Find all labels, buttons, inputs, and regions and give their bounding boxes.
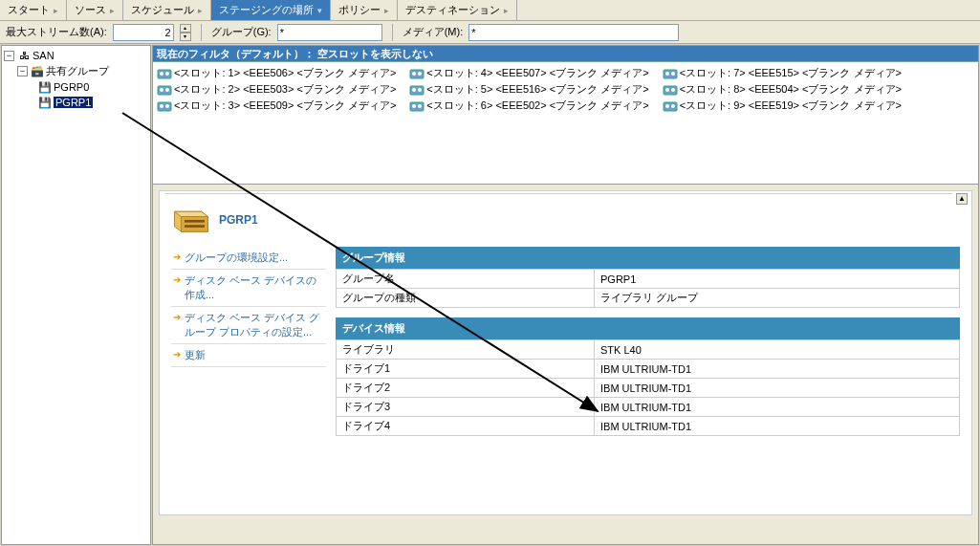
- scroll-up-button[interactable]: ▲: [956, 193, 968, 205]
- svg-point-20: [671, 72, 675, 76]
- slot-item[interactable]: <スロット: 4> <EEE507> <ブランク メディア>: [409, 66, 648, 80]
- device-icon: 💾: [38, 80, 52, 94]
- tape-icon: [663, 83, 678, 97]
- table-row: ドライブ1IBM ULTRIUM-TD1: [337, 360, 960, 379]
- tree-pane: − 🖧 SAN − 🗃️ 共有グループ 💾 PGRP0 💾 PGRP1: [1, 45, 151, 545]
- group-icon: 🗃️: [31, 65, 44, 78]
- group-label: グループ(G):: [211, 25, 272, 39]
- arrow-icon: ➔: [173, 312, 181, 322]
- table-row: ドライブ3IBM ULTRIUM-TD1: [337, 398, 960, 417]
- arrow-icon: ➔: [173, 349, 181, 360]
- svg-point-19: [665, 72, 669, 76]
- link-list: ➔グループの環境設定... ➔ディスク ベース デバイスの作成... ➔ディスク…: [171, 247, 326, 436]
- tape-icon: [157, 67, 172, 80]
- slot-item[interactable]: <スロット: 1> <EEE506> <ブランク メディア>: [157, 66, 396, 80]
- group-info-header: グループ情報: [336, 247, 960, 269]
- toolbar: 最大ストリーム数(A): ▴▾ グループ(G): メディア(M):: [0, 21, 980, 44]
- divider: [165, 193, 952, 194]
- svg-point-10: [412, 72, 416, 76]
- device-info-table: ライブラリSTK L40 ドライブ1IBM ULTRIUM-TD1 ドライブ2I…: [336, 339, 960, 436]
- separator: [392, 24, 393, 41]
- slot-item[interactable]: <スロット: 3> <EEE509> <ブランク メディア>: [157, 98, 396, 113]
- svg-point-11: [418, 72, 422, 76]
- chevron-down-icon: ▸: [384, 6, 389, 15]
- collapse-icon[interactable]: −: [17, 66, 28, 76]
- separator: [201, 24, 202, 41]
- tape-icon: [409, 99, 425, 113]
- svg-point-14: [418, 88, 422, 92]
- svg-point-23: [671, 88, 675, 92]
- link-refresh[interactable]: ➔更新: [171, 344, 326, 367]
- table-row: グループ名PGRP1: [337, 270, 960, 289]
- slot-item[interactable]: <スロット: 7> <EEE515> <ブランク メディア>: [663, 66, 902, 80]
- slot-item[interactable]: <スロット: 2> <EEE503> <ブランク メディア>: [157, 82, 396, 97]
- media-input[interactable]: [468, 24, 679, 41]
- svg-rect-27: [185, 220, 205, 223]
- tape-icon: [157, 83, 172, 97]
- svg-point-16: [412, 104, 416, 108]
- filter-bar: 現在のフィルタ（デフォルト）： 空スロットを表示しない: [152, 45, 979, 62]
- svg-rect-28: [185, 225, 205, 228]
- link-disk-group-properties[interactable]: ➔ディスク ベース デバイス グループ プロパティの設定...: [171, 307, 326, 344]
- tape-icon: [409, 83, 425, 97]
- svg-point-17: [418, 104, 422, 108]
- table-row: ドライブ4IBM ULTRIUM-TD1: [337, 417, 960, 436]
- stream-input[interactable]: [113, 24, 174, 41]
- svg-point-2: [165, 72, 169, 76]
- svg-point-13: [412, 88, 416, 92]
- tree-shared-group[interactable]: − 🗃️ 共有グループ: [4, 63, 148, 79]
- detail-title: PGRP1: [219, 213, 258, 227]
- chevron-down-icon: ▸: [54, 6, 58, 15]
- tree-item-pgrp1[interactable]: 💾 PGRP1: [4, 95, 148, 110]
- tab-staging[interactable]: ステージングの場所▾: [211, 0, 331, 20]
- svg-point-4: [160, 88, 163, 92]
- media-label: メディア(M):: [403, 25, 464, 39]
- slot-list: <スロット: 1> <EEE506> <ブランク メディア> <スロット: 2>…: [152, 62, 979, 185]
- tab-bar: スタート▸ ソース▸ スケジュール▸ ステージングの場所▾ ポリシー▸ デスティ…: [0, 0, 980, 21]
- svg-point-5: [165, 88, 169, 92]
- svg-point-26: [671, 104, 675, 108]
- arrow-icon: ➔: [173, 274, 181, 285]
- device-info-header: デバイス情報: [336, 317, 960, 339]
- tape-icon: [157, 99, 172, 113]
- table-row: ドライブ2IBM ULTRIUM-TD1: [337, 379, 960, 398]
- tab-start[interactable]: スタート▸: [0, 0, 67, 20]
- svg-point-7: [160, 104, 163, 108]
- table-row: ライブラリSTK L40: [337, 340, 960, 360]
- detail-pane: ▲ PGRP1 ➔グループの環境設定... ➔ディスク ベース デバイスの作成: [152, 185, 979, 545]
- slot-item[interactable]: <スロット: 9> <EEE519> <ブランク メディア>: [663, 98, 902, 113]
- svg-point-22: [665, 88, 669, 92]
- table-row: グループの種類ライブラリ グループ: [337, 289, 960, 308]
- collapse-icon[interactable]: −: [4, 51, 14, 61]
- group-info-table: グループ名PGRP1 グループの種類ライブラリ グループ: [336, 269, 960, 308]
- tree-root-san[interactable]: − 🖧 SAN: [4, 48, 148, 63]
- server-icon: 🖧: [17, 49, 31, 62]
- device-icon: 💾: [38, 96, 52, 109]
- slot-item[interactable]: <スロット: 5> <EEE516> <ブランク メディア>: [409, 82, 648, 97]
- tape-icon: [663, 67, 678, 80]
- stream-spinner[interactable]: ▴▾: [180, 24, 191, 41]
- stream-label: 最大ストリーム数(A):: [6, 25, 107, 39]
- drive-icon: [171, 203, 211, 237]
- chevron-down-icon: ▸: [504, 6, 509, 15]
- svg-point-25: [665, 104, 669, 108]
- group-input[interactable]: [277, 24, 382, 41]
- slot-item[interactable]: <スロット: 8> <EEE504> <ブランク メディア>: [663, 82, 902, 97]
- svg-point-1: [160, 72, 163, 76]
- tab-destination[interactable]: デスティネーション▸: [398, 0, 517, 20]
- tree-item-pgrp0[interactable]: 💾 PGRP0: [4, 79, 148, 95]
- tab-schedule[interactable]: スケジュール▸: [123, 0, 211, 20]
- tape-icon: [409, 67, 425, 80]
- chevron-down-icon: ▸: [110, 6, 115, 15]
- chevron-down-icon: ▾: [317, 6, 322, 15]
- slot-item[interactable]: <スロット: 6> <EEE502> <ブランク メディア>: [409, 98, 648, 113]
- tab-source[interactable]: ソース▸: [67, 0, 123, 20]
- tab-policy[interactable]: ポリシー▸: [331, 0, 398, 20]
- arrow-icon: ➔: [173, 251, 181, 262]
- tape-icon: [663, 99, 678, 113]
- link-group-config[interactable]: ➔グループの環境設定...: [171, 247, 326, 270]
- svg-point-8: [165, 104, 169, 108]
- link-create-disk-device[interactable]: ➔ディスク ベース デバイスの作成...: [171, 270, 326, 307]
- chevron-down-icon: ▸: [198, 6, 203, 15]
